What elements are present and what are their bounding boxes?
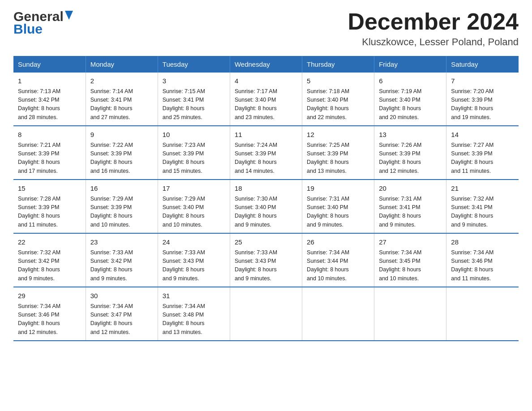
day-number: 25: [235, 237, 297, 248]
calendar-cell: 3Sunrise: 7:15 AM Sunset: 3:41 PM Daylig…: [158, 73, 230, 126]
page-title: December 2024: [348, 9, 519, 34]
day-info: Sunrise: 7:23 AM Sunset: 3:39 PM Dayligh…: [163, 141, 225, 176]
day-number: 4: [235, 76, 297, 86]
day-info: Sunrise: 7:20 AM Sunset: 3:39 PM Dayligh…: [451, 87, 514, 122]
calendar-cell: 17Sunrise: 7:29 AM Sunset: 3:40 PM Dayli…: [158, 180, 230, 233]
day-number: 16: [90, 184, 153, 194]
day-info: Sunrise: 7:33 AM Sunset: 3:43 PM Dayligh…: [163, 248, 225, 283]
day-number: 1: [18, 76, 81, 86]
day-number: 6: [379, 76, 442, 86]
day-info: Sunrise: 7:21 AM Sunset: 3:39 PM Dayligh…: [18, 141, 81, 176]
calendar-cell: [302, 287, 374, 341]
day-info: Sunrise: 7:24 AM Sunset: 3:39 PM Dayligh…: [235, 141, 297, 176]
day-number: 8: [18, 130, 81, 140]
day-info: Sunrise: 7:34 AM Sunset: 3:46 PM Dayligh…: [18, 302, 81, 337]
calendar-cell: 21Sunrise: 7:32 AM Sunset: 3:41 PM Dayli…: [446, 180, 519, 233]
day-info: Sunrise: 7:34 AM Sunset: 3:44 PM Dayligh…: [307, 248, 369, 283]
calendar-week-row: 1Sunrise: 7:13 AM Sunset: 3:42 PM Daylig…: [13, 73, 519, 126]
day-number: 22: [18, 237, 81, 248]
calendar-cell: 2Sunrise: 7:14 AM Sunset: 3:41 PM Daylig…: [86, 73, 158, 126]
day-number: 2: [90, 76, 153, 86]
day-info: Sunrise: 7:34 AM Sunset: 3:45 PM Dayligh…: [379, 248, 442, 283]
calendar-cell: 14Sunrise: 7:27 AM Sunset: 3:39 PM Dayli…: [446, 126, 519, 180]
day-info: Sunrise: 7:34 AM Sunset: 3:47 PM Dayligh…: [90, 302, 153, 337]
calendar-cell: 23Sunrise: 7:33 AM Sunset: 3:42 PM Dayli…: [86, 233, 158, 287]
day-number: 12: [307, 130, 369, 140]
day-info: Sunrise: 7:14 AM Sunset: 3:41 PM Dayligh…: [90, 87, 153, 122]
day-number: 26: [307, 237, 369, 248]
logo-blue-text: Blue: [13, 21, 73, 37]
calendar-cell: 11Sunrise: 7:24 AM Sunset: 3:39 PM Dayli…: [230, 126, 302, 180]
day-number: 31: [163, 291, 225, 301]
header-cell-friday: Friday: [374, 56, 446, 73]
calendar-week-row: 22Sunrise: 7:32 AM Sunset: 3:42 PM Dayli…: [13, 233, 519, 287]
day-info: Sunrise: 7:31 AM Sunset: 3:40 PM Dayligh…: [307, 195, 369, 230]
day-number: 19: [307, 184, 369, 194]
calendar-week-row: 15Sunrise: 7:28 AM Sunset: 3:39 PM Dayli…: [13, 180, 519, 233]
calendar-cell: 25Sunrise: 7:33 AM Sunset: 3:43 PM Dayli…: [230, 233, 302, 287]
day-number: 17: [163, 184, 225, 194]
day-number: 23: [90, 237, 153, 248]
calendar-cell: 20Sunrise: 7:31 AM Sunset: 3:41 PM Dayli…: [374, 180, 446, 233]
calendar-cell: 28Sunrise: 7:34 AM Sunset: 3:46 PM Dayli…: [446, 233, 519, 287]
calendar-cell: 24Sunrise: 7:33 AM Sunset: 3:43 PM Dayli…: [158, 233, 230, 287]
calendar-cell: 22Sunrise: 7:32 AM Sunset: 3:42 PM Dayli…: [13, 233, 86, 287]
day-number: 5: [307, 76, 369, 86]
day-number: 15: [18, 184, 81, 194]
day-number: 30: [90, 291, 153, 301]
title-block: December 2024 Kluszkowce, Lesser Poland,…: [348, 9, 519, 48]
day-number: 28: [451, 237, 514, 248]
logo-triangle-icon: [65, 11, 73, 20]
day-info: Sunrise: 7:32 AM Sunset: 3:41 PM Dayligh…: [451, 195, 514, 230]
calendar-cell: 7Sunrise: 7:20 AM Sunset: 3:39 PM Daylig…: [446, 73, 519, 126]
page-header: General Blue December 2024 Kluszkowce, L…: [13, 9, 519, 48]
calendar-cell: 18Sunrise: 7:30 AM Sunset: 3:40 PM Dayli…: [230, 180, 302, 233]
calendar-cell: 1Sunrise: 7:13 AM Sunset: 3:42 PM Daylig…: [13, 73, 86, 126]
day-number: 10: [163, 130, 225, 140]
day-info: Sunrise: 7:34 AM Sunset: 3:48 PM Dayligh…: [163, 302, 225, 337]
header-cell-wednesday: Wednesday: [230, 56, 302, 73]
day-info: Sunrise: 7:15 AM Sunset: 3:41 PM Dayligh…: [163, 87, 225, 122]
calendar-cell: 4Sunrise: 7:17 AM Sunset: 3:40 PM Daylig…: [230, 73, 302, 126]
day-number: 9: [90, 130, 153, 140]
day-info: Sunrise: 7:19 AM Sunset: 3:40 PM Dayligh…: [379, 87, 442, 122]
day-info: Sunrise: 7:32 AM Sunset: 3:42 PM Dayligh…: [18, 248, 81, 283]
calendar-cell: 9Sunrise: 7:22 AM Sunset: 3:39 PM Daylig…: [86, 126, 158, 180]
calendar-cell: 26Sunrise: 7:34 AM Sunset: 3:44 PM Dayli…: [302, 233, 374, 287]
calendar-week-row: 8Sunrise: 7:21 AM Sunset: 3:39 PM Daylig…: [13, 126, 519, 180]
day-info: Sunrise: 7:22 AM Sunset: 3:39 PM Dayligh…: [90, 141, 153, 176]
day-number: 20: [379, 184, 442, 194]
calendar-cell: [446, 287, 519, 341]
day-info: Sunrise: 7:29 AM Sunset: 3:40 PM Dayligh…: [163, 195, 225, 230]
day-number: 3: [163, 76, 225, 86]
page-subtitle: Kluszkowce, Lesser Poland, Poland: [348, 36, 519, 48]
day-info: Sunrise: 7:28 AM Sunset: 3:39 PM Dayligh…: [18, 195, 81, 230]
day-number: 13: [379, 130, 442, 140]
day-number: 7: [451, 76, 514, 86]
day-info: Sunrise: 7:29 AM Sunset: 3:39 PM Dayligh…: [90, 195, 153, 230]
day-info: Sunrise: 7:13 AM Sunset: 3:42 PM Dayligh…: [18, 87, 81, 122]
calendar-cell: 27Sunrise: 7:34 AM Sunset: 3:45 PM Dayli…: [374, 233, 446, 287]
day-info: Sunrise: 7:33 AM Sunset: 3:43 PM Dayligh…: [235, 248, 297, 283]
day-number: 14: [451, 130, 514, 140]
calendar-body: 1Sunrise: 7:13 AM Sunset: 3:42 PM Daylig…: [13, 73, 519, 341]
day-info: Sunrise: 7:18 AM Sunset: 3:40 PM Dayligh…: [307, 87, 369, 122]
calendar-cell: 12Sunrise: 7:25 AM Sunset: 3:39 PM Dayli…: [302, 126, 374, 180]
calendar-header: SundayMondayTuesdayWednesdayThursdayFrid…: [13, 56, 519, 73]
day-info: Sunrise: 7:30 AM Sunset: 3:40 PM Dayligh…: [235, 195, 297, 230]
calendar-cell: 31Sunrise: 7:34 AM Sunset: 3:48 PM Dayli…: [158, 287, 230, 341]
calendar-cell: 5Sunrise: 7:18 AM Sunset: 3:40 PM Daylig…: [302, 73, 374, 126]
day-info: Sunrise: 7:17 AM Sunset: 3:40 PM Dayligh…: [235, 87, 297, 122]
calendar-week-row: 29Sunrise: 7:34 AM Sunset: 3:46 PM Dayli…: [13, 287, 519, 341]
calendar-cell: 10Sunrise: 7:23 AM Sunset: 3:39 PM Dayli…: [158, 126, 230, 180]
day-info: Sunrise: 7:27 AM Sunset: 3:39 PM Dayligh…: [451, 141, 514, 176]
calendar-cell: [230, 287, 302, 341]
calendar-cell: 15Sunrise: 7:28 AM Sunset: 3:39 PM Dayli…: [13, 180, 86, 233]
svg-marker-0: [65, 11, 73, 20]
day-number: 18: [235, 184, 297, 194]
calendar-table: SundayMondayTuesdayWednesdayThursdayFrid…: [13, 56, 519, 341]
calendar-cell: 16Sunrise: 7:29 AM Sunset: 3:39 PM Dayli…: [86, 180, 158, 233]
header-cell-thursday: Thursday: [302, 56, 374, 73]
day-info: Sunrise: 7:25 AM Sunset: 3:39 PM Dayligh…: [307, 141, 369, 176]
day-info: Sunrise: 7:31 AM Sunset: 3:41 PM Dayligh…: [379, 195, 442, 230]
